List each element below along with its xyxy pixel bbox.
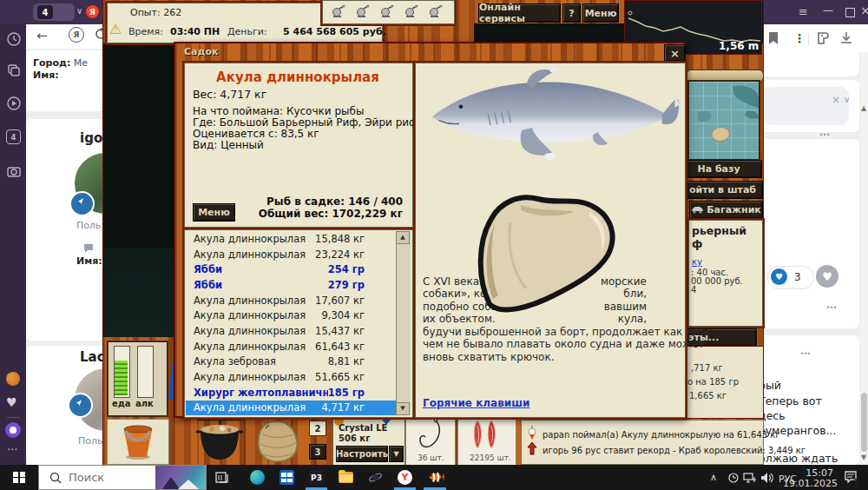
feed-input-box[interactable] xyxy=(762,87,849,125)
clownfish-game-icon[interactable] xyxy=(427,470,444,485)
network-icon[interactable] xyxy=(743,472,757,484)
fish-row[interactable]: Акула длиннокрылая51,665 кг xyxy=(186,369,396,385)
list-scrollbar[interactable] xyxy=(396,231,411,415)
store-icon[interactable] xyxy=(279,470,294,485)
rod-slot-icon[interactable] xyxy=(330,4,345,18)
history-clock-icon[interactable] xyxy=(6,31,22,47)
message-bubble-icon[interactable] xyxy=(82,243,95,254)
search-input[interactable] xyxy=(67,470,140,485)
planet-browser-icon[interactable] xyxy=(368,470,383,485)
scroll-down-icon[interactable]: ▼ xyxy=(861,454,866,461)
rod-slot-icon[interactable] xyxy=(403,4,418,18)
configure-button[interactable]: Настроить xyxy=(336,446,388,462)
rod-slot-icon[interactable] xyxy=(427,4,443,18)
fish-row-selected[interactable]: Акула длиннокрылая4,717 кг xyxy=(186,401,396,415)
fish-row[interactable]: Акула зебровая8,81 кг xyxy=(186,354,396,370)
input-clear-icon[interactable]: × xyxy=(832,94,840,106)
fish-row[interactable]: Хирург желтоплавничн...185 гр xyxy=(186,385,396,401)
location-name-line2: ф xyxy=(692,237,702,250)
screenshot-camera-icon[interactable] xyxy=(6,163,22,179)
dialog-title: Садок xyxy=(184,46,218,57)
experience-value: Опыт: 262 xyxy=(130,7,181,18)
sack-icon[interactable] xyxy=(253,418,302,464)
fish-description-line: вновь схватить крючок. xyxy=(423,351,554,363)
collections-icon[interactable] xyxy=(6,63,22,78)
yandex-browser-icon[interactable]: Y xyxy=(398,470,412,485)
sidebar-more-icon[interactable]: ⋯ xyxy=(7,443,17,455)
bookmark-icon[interactable] xyxy=(767,31,779,45)
tray-sync-icon[interactable] xyxy=(727,472,740,484)
fish-row[interactable]: Акула длиннокрылая9,304 кг xyxy=(186,308,396,323)
heart-button[interactable]: ♥ xyxy=(816,265,838,288)
food-bar-fill xyxy=(115,361,128,395)
post2-menu-icon[interactable]: ⋯ xyxy=(800,348,811,360)
top-menu-button[interactable]: Меню xyxy=(582,3,619,23)
tabs-panel-icon[interactable]: 4 xyxy=(6,129,21,144)
location-link[interactable]: ку xyxy=(692,257,702,267)
post2-more-icon[interactable]: ⋯ xyxy=(826,301,837,314)
window-menu-icon[interactable]: ≡ xyxy=(799,5,808,18)
city-label: Город: xyxy=(33,57,70,69)
enter-hq-button[interactable]: ойти в штаб xyxy=(682,181,763,199)
fish-row[interactable]: Акула длиннокрылая15,848 кг xyxy=(186,231,396,247)
post-more-icon[interactable]: ⋯ xyxy=(819,129,830,141)
bait-count: 22195 шт. xyxy=(470,454,511,462)
pot-icon[interactable] xyxy=(193,418,247,464)
fish-row[interactable]: Ябби279 гр xyxy=(186,277,396,293)
tab-count-badge[interactable]: 4 xyxy=(37,5,53,19)
bucket-icon xyxy=(120,422,156,460)
window-minimize-icon[interactable]: — xyxy=(823,4,833,17)
fish-row[interactable]: Акула длиннокрылая23,224 кг xyxy=(186,247,396,262)
more-menu-icon[interactable]: ⋮ xyxy=(793,31,806,45)
scrollbar-thumb[interactable] xyxy=(861,393,867,452)
hotkeys-link[interactable]: Горячие клавиши xyxy=(423,397,529,409)
online-services-button[interactable]: Онлайн сервисы xyxy=(478,3,561,23)
trunk-button[interactable]: Багажник xyxy=(689,201,763,219)
fish-row[interactable]: Акула длиннокрылая17,607 кг xyxy=(186,293,396,308)
configure-dropdown-button[interactable]: ▼ xyxy=(389,446,404,462)
r3-game-icon[interactable]: Р3 xyxy=(309,470,324,485)
fish-row[interactable]: Ябби254 гр xyxy=(186,262,396,277)
depth-value: 1,56 m xyxy=(719,40,759,52)
rod-slot-icon[interactable] xyxy=(378,4,394,18)
search-box[interactable] xyxy=(38,465,207,490)
list-scroll-down[interactable]: ▼ xyxy=(396,402,410,415)
city-value[interactable]: Ме xyxy=(74,57,88,69)
tab-chevron-icon[interactable]: ∨ xyxy=(76,6,82,16)
favorites-heart-icon[interactable]: ♥ xyxy=(6,395,22,411)
protect-icon[interactable] xyxy=(816,31,832,45)
input-dropdown-icon[interactable]: ∨ xyxy=(844,95,850,104)
help-button[interactable]: ? xyxy=(562,3,581,23)
start-button[interactable] xyxy=(0,465,38,490)
window-restore-icon[interactable] xyxy=(845,8,855,17)
yandex-search-icon[interactable]: Я xyxy=(69,27,84,43)
slot3-button[interactable]: 3 xyxy=(309,444,326,460)
task-view-icon[interactable] xyxy=(215,471,229,484)
explorer-icon-front xyxy=(339,474,352,482)
search-highlight-image[interactable] xyxy=(155,466,206,489)
to-base-button[interactable]: На базу xyxy=(675,160,762,178)
tray-chevron-icon[interactable]: ∧ xyxy=(710,472,717,483)
back-icon[interactable]: ← xyxy=(36,28,48,43)
warning-icon: ⚠ xyxy=(109,21,122,37)
window-close-icon[interactable]: × xyxy=(860,3,868,17)
edge-icon[interactable] xyxy=(250,470,265,485)
fish-row[interactable]: Акула длиннокрылая61,643 кг xyxy=(186,339,396,354)
taskbar-underline xyxy=(424,487,446,490)
fish-row[interactable]: Акула длиннокрылая15,437 кг xyxy=(186,323,396,339)
record-arrow-icon xyxy=(527,442,537,455)
rod-slot-icon[interactable] xyxy=(354,4,370,18)
clock-date[interactable]: 19.01.2025 xyxy=(783,478,833,489)
volume-icon[interactable] xyxy=(760,472,773,484)
play-icon[interactable] xyxy=(6,96,22,111)
dialog-close-button[interactable]: × xyxy=(664,44,686,62)
slot2-button[interactable]: 2 xyxy=(309,420,326,436)
download-icon[interactable] xyxy=(840,31,852,45)
list-scroll-up[interactable]: ▲ xyxy=(396,231,410,244)
weather-widget-icon[interactable] xyxy=(6,372,20,386)
location-info-line: 00 000 руб. xyxy=(691,276,743,286)
yandex-tab-icon[interactable]: Я xyxy=(86,5,99,18)
chat-message: papan поймал(а) Акулу длиннокрылую на 61… xyxy=(542,430,780,440)
cage-weight: Общий вес: 1702,229 кг xyxy=(184,208,403,220)
scroll-up-icon[interactable]: ▲ xyxy=(861,104,866,112)
